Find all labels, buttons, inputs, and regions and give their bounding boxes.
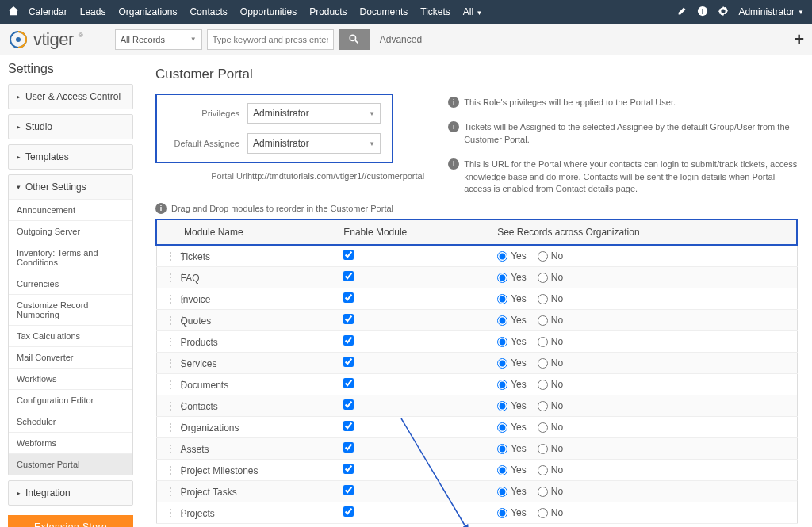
records-no-radio[interactable] [538,294,548,304]
records-no-radio[interactable] [538,465,548,475]
nav-organizations[interactable]: Organizations [118,6,177,17]
drag-handle-icon[interactable]: ⋮⋮ [165,443,174,454]
records-yes-radio[interactable] [497,401,508,411]
records-no-radio[interactable] [538,401,548,411]
info-icon[interactable]: i [697,6,708,19]
records-no-option[interactable]: No [538,422,563,433]
drag-handle-icon[interactable]: ⋮⋮ [165,400,174,411]
records-yes-radio[interactable] [497,315,508,326]
privileges-select[interactable]: Administrator ▼ [247,103,381,124]
sidebar-header-user-access[interactable]: ▸User & Access Control [9,85,132,109]
enable-module-checkbox[interactable] [343,335,354,346]
records-filter-select[interactable]: All Records ▼ [115,29,202,50]
records-no-option[interactable]: No [538,486,563,497]
records-no-option[interactable]: No [538,379,563,390]
records-no-radio[interactable] [538,444,548,454]
logo[interactable]: vtiger ® [8,29,83,50]
nav-products[interactable]: Products [309,6,347,17]
records-no-radio[interactable] [538,251,548,262]
enable-module-checkbox[interactable] [343,442,354,453]
admin-menu[interactable]: Administrator ▼ [738,6,804,17]
records-yes-option[interactable]: Yes [497,357,527,369]
enable-module-checkbox[interactable] [343,250,354,260]
records-no-option[interactable]: No [538,336,563,347]
records-yes-option[interactable]: Yes [497,315,527,326]
enable-module-checkbox[interactable] [343,506,354,517]
records-yes-radio[interactable] [497,422,508,433]
nav-all[interactable]: All ▼ [463,6,483,17]
sidebar-header-integration[interactable]: ▸Integration [9,481,132,505]
pencil-icon[interactable] [677,6,688,18]
sidebar-header-other[interactable]: ▾Other Settings [9,175,132,199]
drag-handle-icon[interactable]: ⋮⋮ [165,422,174,433]
search-button[interactable] [339,29,370,50]
records-yes-option[interactable]: Yes [497,336,527,347]
records-no-option[interactable]: No [538,293,563,304]
drag-handle-icon[interactable]: ⋮⋮ [165,315,174,326]
nav-opportunities[interactable]: Opportunities [240,6,297,17]
records-yes-radio[interactable] [497,251,508,262]
records-yes-option[interactable]: Yes [497,293,527,304]
sidebar-header-templates[interactable]: ▸Templates [9,145,132,169]
records-no-option[interactable]: No [538,250,563,262]
records-no-option[interactable]: No [538,464,563,475]
enable-module-checkbox[interactable] [343,378,354,388]
records-yes-option[interactable]: Yes [497,400,527,411]
records-yes-radio[interactable] [497,487,508,497]
records-yes-radio[interactable] [497,380,508,390]
records-yes-radio[interactable] [497,358,508,369]
nav-leads[interactable]: Leads [80,6,106,17]
records-no-option[interactable]: No [538,400,563,411]
enable-module-checkbox[interactable] [343,399,354,410]
records-yes-radio[interactable] [497,337,508,347]
records-no-radio[interactable] [538,422,548,433]
enable-module-checkbox[interactable] [343,314,354,324]
records-no-radio[interactable] [538,487,548,497]
records-yes-option[interactable]: Yes [497,486,527,497]
enable-module-checkbox[interactable] [343,485,354,495]
nav-contacts[interactable]: Contacts [190,6,227,17]
records-yes-option[interactable]: Yes [497,250,527,262]
sidebar-item-outgoing-server[interactable]: Outgoing Server [9,220,132,242]
sidebar-item-currencies[interactable]: Currencies [9,273,132,294]
sidebar-item-tax[interactable]: Tax Calculations [9,325,132,346]
search-input[interactable] [207,29,334,50]
drag-handle-icon[interactable]: ⋮⋮ [165,464,174,475]
records-yes-radio[interactable] [497,273,508,283]
extension-store-button[interactable]: Extension Store [8,515,133,527]
drag-handle-icon[interactable]: ⋮⋮ [165,486,174,497]
add-button[interactable]: + [794,29,804,50]
records-no-radio[interactable] [538,508,548,518]
drag-handle-icon[interactable]: ⋮⋮ [165,336,174,347]
sidebar-item-announcement[interactable]: Announcement [9,199,132,220]
enable-module-checkbox[interactable] [343,421,354,431]
drag-handle-icon[interactable]: ⋮⋮ [165,379,174,390]
sidebar-header-studio[interactable]: ▸Studio [9,115,132,139]
records-yes-option[interactable]: Yes [497,379,527,390]
drag-handle-icon[interactable]: ⋮⋮ [165,293,174,304]
records-no-option[interactable]: No [538,315,563,326]
records-no-radio[interactable] [538,358,548,369]
records-no-option[interactable]: No [538,507,563,518]
sidebar-item-inventory[interactable]: Inventory: Terms and Conditions [9,242,132,273]
nav-documents[interactable]: Documents [360,6,408,17]
home-icon[interactable] [8,6,19,19]
sidebar-item-config-editor[interactable]: Configuration Editor [9,389,132,411]
records-yes-radio[interactable] [497,508,508,518]
records-no-radio[interactable] [538,273,548,283]
records-yes-radio[interactable] [497,444,508,454]
nav-tickets[interactable]: Tickets [420,6,450,17]
enable-module-checkbox[interactable] [343,292,354,303]
records-no-radio[interactable] [538,315,548,326]
records-yes-option[interactable]: Yes [497,507,527,518]
records-yes-option[interactable]: Yes [497,422,527,433]
enable-module-checkbox[interactable] [343,271,354,281]
records-yes-radio[interactable] [497,465,508,475]
advanced-search-link[interactable]: Advanced [380,34,422,45]
sidebar-item-workflows[interactable]: Workflows [9,368,132,389]
records-yes-option[interactable]: Yes [497,272,527,283]
assignee-select[interactable]: Administrator ▼ [247,133,381,154]
gear-icon[interactable] [718,6,729,19]
drag-handle-icon[interactable]: ⋮⋮ [165,250,174,262]
sidebar-item-webforms[interactable]: Webforms [9,432,132,453]
